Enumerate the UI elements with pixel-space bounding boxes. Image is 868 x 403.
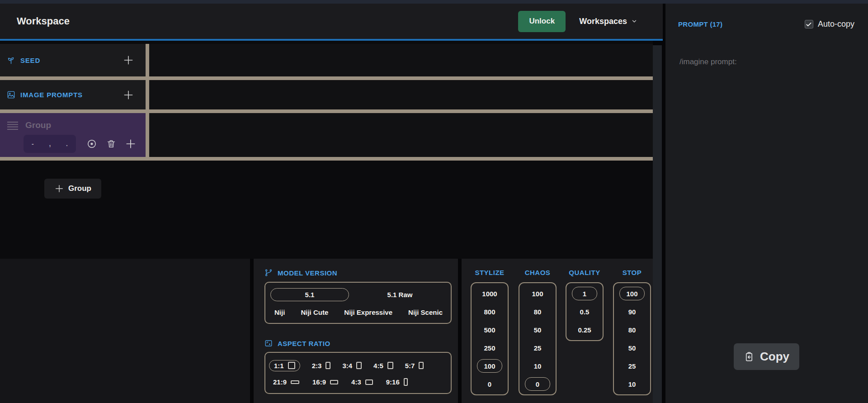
parameter-value[interactable]: 10 — [519, 357, 556, 375]
parameter-box: 1009080502510 — [613, 282, 651, 395]
parameter-title: CHAOS — [519, 269, 557, 276]
workspaces-dropdown[interactable]: Workspaces — [579, 17, 637, 26]
vertical-scrollbar[interactable] — [653, 45, 662, 403]
parameter-value[interactable]: 0.25 — [566, 321, 603, 339]
parameter-value[interactable]: 1 — [566, 284, 603, 303]
parameter-value[interactable]: 0 — [472, 375, 508, 393]
group-title: Group — [25, 120, 51, 130]
group-row: Group -,. — [0, 113, 653, 157]
parameter-value-selected: 0 — [525, 377, 550, 391]
copy-button[interactable]: Copy — [734, 343, 799, 370]
aspect-ratio-label: 1:1 — [274, 362, 284, 370]
unlock-button[interactable]: Unlock — [518, 11, 566, 32]
model-version-title: MODEL VERSION — [278, 269, 337, 277]
model-option-selected[interactable]: 5.1 — [270, 288, 349, 301]
parameter-value[interactable]: 1000 — [472, 284, 508, 303]
model-option[interactable]: Niji — [274, 308, 285, 316]
model-option[interactable]: Niji Expressive — [344, 308, 392, 316]
seed-section: SEED — [0, 44, 146, 76]
parameter-value-selected: 100 — [619, 287, 645, 300]
image-prompts-section: IMAGE PROMPTS — [0, 80, 146, 109]
parameter-value[interactable]: 50 — [614, 339, 650, 357]
seed-row-content — [149, 44, 653, 76]
parameter-value[interactable]: 800 — [472, 303, 508, 321]
panel-divider — [458, 259, 462, 403]
drag-handle-icon[interactable] — [7, 120, 19, 130]
aspect-ratio-option[interactable]: 3:4 — [342, 362, 362, 370]
workspace-app: Workspace Unlock Workspaces SEED — [0, 0, 868, 403]
add-image-prompt-button[interactable] — [122, 89, 135, 101]
aspect-ratio-option[interactable]: 21:9 — [273, 378, 299, 386]
row-separator — [0, 76, 653, 80]
parameter-title: STOP — [613, 269, 651, 276]
seed-row: SEED — [0, 44, 653, 76]
autocopy-toggle[interactable]: Auto-copy — [805, 19, 854, 29]
parameter-value[interactable]: 250 — [472, 339, 508, 357]
parameter-value[interactable]: 80 — [614, 321, 650, 339]
aspect-ratio-label: 4:5 — [373, 362, 383, 370]
parameter-value[interactable]: 0 — [519, 375, 556, 393]
aspect-ratio-option[interactable]: 4:3 — [351, 378, 373, 386]
prompt-panel: PROMPT (17) Auto-copy /imagine prompt: C… — [665, 4, 868, 403]
model-option[interactable]: 5.1 Raw — [349, 291, 451, 299]
aspect-ratio-option[interactable]: 1:1 — [269, 360, 300, 371]
delete-group-button[interactable] — [105, 138, 117, 150]
aspect-ratio-shape-icon — [365, 379, 373, 385]
prompt-title: PROMPT (17) — [678, 20, 722, 28]
parameter-value[interactable]: 80 — [519, 303, 556, 321]
model-aspect-panel: MODEL VERSION 5.1 5.1 Raw Niji Niji Cute… — [254, 259, 458, 403]
group-token[interactable]: - — [32, 140, 34, 147]
model-option[interactable]: Niji Scenic — [408, 308, 443, 316]
parameter-value-selected: 100 — [477, 359, 502, 373]
row-separator — [0, 157, 653, 161]
parameter-value[interactable]: 25 — [614, 357, 650, 375]
add-seed-button[interactable] — [122, 54, 135, 66]
parameter-title: QUALITY — [566, 269, 604, 276]
group-section: Group -,. — [0, 113, 146, 157]
header-actions: Unlock Workspaces — [518, 11, 637, 32]
aspect-ratio-box: 1:12:33:44:55:7 21:916:94:39:16 — [264, 352, 452, 394]
parameter-value[interactable]: 100 — [472, 357, 508, 375]
aspect-ratio-label: 5:7 — [405, 362, 415, 370]
parameter-title: STYLIZE — [471, 269, 509, 276]
aspect-ratio-row-1: 1:12:33:44:55:7 — [265, 360, 451, 371]
add-to-group-button[interactable] — [125, 138, 137, 150]
chevron-down-icon — [631, 18, 637, 24]
image-prompts-row: IMAGE PROMPTS — [0, 80, 653, 109]
group-token[interactable]: , — [49, 140, 51, 147]
parameter-value[interactable]: 90 — [614, 303, 650, 321]
parameter-value[interactable]: 500 — [472, 321, 508, 339]
autocopy-checkbox[interactable] — [805, 20, 813, 28]
aspect-ratio-option[interactable]: 4:5 — [373, 362, 393, 370]
header-bar: Workspace Unlock Workspaces — [0, 4, 663, 41]
aspect-ratio-option[interactable]: 9:16 — [386, 378, 408, 386]
model-version-header: MODEL VERSION — [264, 269, 337, 277]
parameter-value[interactable]: 10 — [614, 375, 650, 393]
parameter-value[interactable]: 50 — [519, 321, 556, 339]
parameter-columns: STYLIZE10008005002501000CHAOS10080502510… — [462, 259, 653, 403]
add-group-button[interactable]: Group — [44, 179, 101, 199]
branch-icon — [264, 269, 273, 277]
parameter-value-selected: 1 — [572, 287, 597, 300]
visibility-button[interactable] — [86, 138, 98, 150]
aspect-ratio-label: 21:9 — [273, 378, 287, 386]
aspect-ratio-option[interactable]: 16:9 — [312, 378, 338, 386]
aspect-ratio-label: 2:3 — [312, 362, 322, 370]
plus-icon — [125, 138, 137, 150]
group-token-box: -,. — [24, 135, 76, 153]
parameter-value[interactable]: 100 — [519, 284, 556, 303]
parameter-value[interactable]: 25 — [519, 339, 556, 357]
parameter-value[interactable]: 0.5 — [566, 303, 603, 321]
bottom-panels: MODEL VERSION 5.1 5.1 Raw Niji Niji Cute… — [0, 259, 653, 403]
aspect-ratio-option[interactable]: 2:3 — [312, 362, 331, 370]
imagine-prompt-prefix: /imagine prompt: — [679, 57, 868, 66]
aspect-ratio-label: 16:9 — [312, 378, 326, 386]
aspect-ratio-title: ASPECT RATIO — [278, 340, 330, 347]
parameter-value[interactable]: 100 — [614, 284, 650, 303]
eye-icon — [86, 138, 97, 149]
aspect-ratio-option[interactable]: 5:7 — [405, 362, 424, 370]
plus-icon — [54, 184, 64, 194]
model-option[interactable]: Niji Cute — [301, 308, 328, 316]
aspect-ratio-shape-icon — [288, 362, 295, 369]
group-token[interactable]: . — [66, 140, 68, 147]
